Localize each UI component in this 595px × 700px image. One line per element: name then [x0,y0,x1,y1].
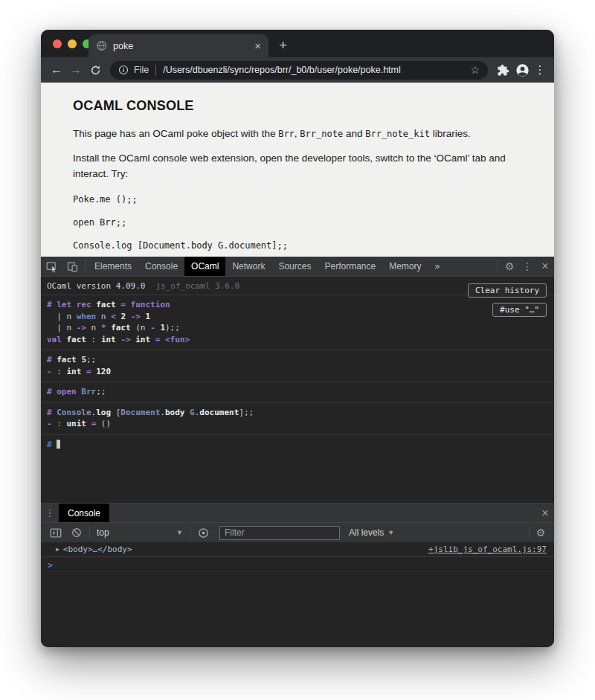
tab-title: poke [113,41,254,51]
repl-line: # Console.log [Document.body G.document]… [47,407,548,419]
divider [529,527,530,539]
devtools-tab-console[interactable]: Console [138,257,184,276]
repl-line: - : unit = () [47,418,548,430]
ocaml-repl[interactable]: # let rec fact = function | n when n < 2… [41,295,554,455]
repl-line: | n -> n * fact (n - 1);; [47,322,548,334]
page-title: OCAML CONSOLE [73,97,500,114]
devtools-tab-list: ElementsConsoleOCamlNetworkSourcesPerfor… [88,257,446,276]
devtools-close-icon[interactable]: × [536,260,554,273]
tab-strip: poke × + [41,30,554,57]
forward-icon[interactable]: → [66,63,86,77]
code-ref: Brr_note_kit [365,129,430,139]
device-toolbar-icon[interactable] [62,260,83,273]
console-prompt-row[interactable]: > [41,557,554,572]
devtools-tab-elements[interactable]: Elements [88,257,138,276]
globe-favicon-icon [96,40,107,51]
browser-menu-icon[interactable]: ⋮ [532,63,548,77]
repl-line: val fact : int -> int = <fun> [47,334,548,346]
page-content: OCAML CONSOLE This page has an OCaml pok… [41,83,554,257]
browser-window: poke × + ← → File /Users/dbuenzli/sync/r… [41,30,554,647]
reload-icon[interactable] [86,65,105,76]
console-settings-gear-icon[interactable]: ⚙ [532,527,550,539]
code-ref: Brr [278,129,295,139]
divider [89,527,90,539]
live-expression-eye-icon[interactable] [193,527,213,539]
devtools-controls: ⚙ ⋮ × [495,260,554,273]
chevron-down-icon: ▼ [176,529,183,536]
new-tab-button[interactable]: + [279,37,287,54]
omnibox[interactable]: File /Users/dbuenzli/sync/repos/brr/_b0/… [110,61,488,80]
devtools-menu-icon[interactable]: ⋮ [518,260,536,272]
code-snippet: open Brr;; [73,217,522,228]
clear-console-ban-icon[interactable] [66,527,87,538]
drawer-toolbar: top▼ All levels▼ ⚙ [41,522,554,542]
clear-history-button[interactable]: Clear history [468,283,547,298]
devtools-tabbar: ElementsConsoleOCamlNetworkSourcesPerfor… [41,257,554,277]
divider [498,260,498,272]
devtools-tab-network[interactable]: Network [225,257,271,276]
close-window-button[interactable] [53,39,62,48]
code-snippet: Console.log [Document.body G.document];; [73,240,522,251]
console-messages: ▶ <body>…</body> +jslib_js_of_ocaml.js:9… [41,542,554,647]
log-levels-dropdown[interactable]: All levels▼ [346,527,397,538]
inspect-element-icon[interactable] [41,260,62,273]
repl-line: # fact 5;; [47,354,548,366]
devtools-tab-ocaml[interactable]: OCaml [184,257,225,276]
traffic-lights [53,39,91,48]
repl-block: # Console.log [Document.body G.document]… [41,403,554,435]
repl-block: # [41,435,554,455]
divider [85,260,86,272]
devtools-tab-sources[interactable]: Sources [271,257,318,276]
bookmark-star-icon[interactable]: ☆ [470,64,480,76]
source-link[interactable]: +jslib_js_of_ocaml.js:97 [428,545,547,554]
filter-input[interactable] [219,526,340,540]
drawer-close-icon[interactable]: × [536,507,554,520]
code-snippet: Poke.me ();; [73,194,522,205]
drawer-tabbar: ⋮ Console × [41,503,554,522]
text-cursor [57,440,60,449]
intro-paragraph: This page has an OCaml poke object with … [73,126,522,142]
repl-block: # open Brr;; [41,382,554,403]
address-toolbar: ← → File /Users/dbuenzli/sync/repos/brr/… [41,57,554,83]
expand-triangle-icon[interactable]: ▶ [56,546,60,553]
code-ref: Brr_note [300,129,343,139]
devtools-settings-gear-icon[interactable]: ⚙ [501,260,518,272]
url-text[interactable]: /Users/dbuenzli/sync/repos/brr/_b0/b/use… [163,65,466,75]
logged-element[interactable]: <body>…</body> [63,545,132,554]
devtools-tab-more[interactable]: » [428,257,447,276]
omnibox-divider [155,65,156,76]
devtools-tab-performance[interactable]: Performance [318,257,382,276]
use-file-button[interactable]: #use "…" [492,303,547,317]
ocaml-version: OCaml version 4.09.0 [47,281,145,291]
console-prompt-chevron: > [48,560,53,571]
context-selector[interactable]: top▼ [92,527,187,538]
repl-line: - : int = 120 [47,366,548,378]
ocaml-panel-buttons: Clear history #use "…" [468,283,547,317]
profile-avatar-icon[interactable] [512,63,532,77]
drawer-menu-icon[interactable]: ⋮ [41,507,59,518]
repl-line: # [47,439,548,451]
chevron-down-icon: ▼ [387,529,394,536]
extensions-puzzle-icon[interactable] [493,64,512,77]
repl-line: # open Brr;; [47,386,548,398]
ocaml-panel: OCaml version 4.09.0js_of_ocaml 3.6.0 Cl… [41,277,554,503]
divider [190,527,190,539]
repl-block: # fact 5;;- : int = 120 [41,350,554,382]
back-icon[interactable]: ← [47,63,66,77]
console-log-row[interactable]: ▶ <body>…</body> +jslib_js_of_ocaml.js:9… [41,542,554,557]
minimize-window-button[interactable] [68,39,77,48]
devtools-tab-memory[interactable]: Memory [382,257,428,276]
url-scheme-label: File [134,65,149,75]
instructions-paragraph: Install the OCaml console web extension,… [73,150,522,182]
jsoo-version: js_of_ocaml 3.6.0 [155,281,239,291]
info-icon[interactable] [118,65,129,75]
browser-tab[interactable]: poke × [89,34,268,57]
drawer-tab-console[interactable]: Console [59,504,109,522]
console-sidebar-toggle-icon[interactable] [45,527,66,539]
tab-close-icon[interactable]: × [254,40,261,51]
